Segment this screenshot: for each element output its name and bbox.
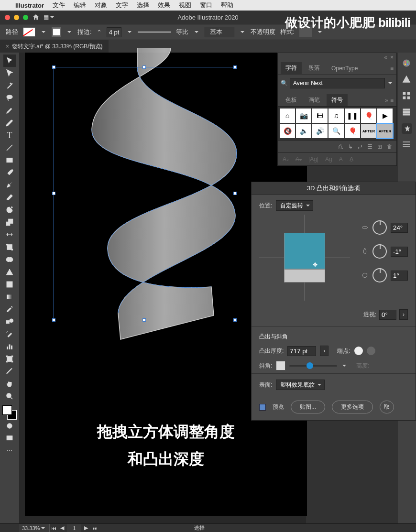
artboard-tool[interactable] [3, 353, 16, 365]
fill-swatch[interactable] [23, 27, 35, 37]
stroke-weight-dropdown[interactable] [126, 29, 133, 35]
close-panel-icon[interactable]: × [390, 54, 394, 61]
rotate-x-input[interactable] [391, 223, 408, 233]
bevel-shape-preview[interactable] [276, 361, 285, 370]
stroke-dropdown[interactable] [66, 29, 73, 35]
opacity-label[interactable]: 不透明度 [251, 28, 275, 36]
symbol-balloon-2[interactable]: 🎈 [345, 124, 360, 138]
panel-collapse-icon[interactable]: « [384, 54, 387, 61]
resize-handle-nw[interactable] [52, 65, 55, 69]
tab-swatches[interactable]: 色板 [281, 94, 302, 106]
symbol-balloon[interactable]: 🎈 [361, 109, 376, 123]
cap-on-button[interactable] [354, 347, 363, 355]
stroke-profile[interactable] [138, 32, 171, 33]
width-tool[interactable] [3, 228, 16, 241]
delete-symbol-icon[interactable]: 🗑 [387, 143, 393, 150]
tab-symbols[interactable]: 符号 [327, 94, 348, 106]
resize-handle-n[interactable] [142, 65, 146, 69]
blend-tool[interactable] [3, 315, 16, 328]
rotate-z-dial[interactable] [372, 268, 387, 282]
glyph-icon-4[interactable]: Ag [325, 156, 332, 163]
symbol-vol-low[interactable]: 🔈 [296, 124, 311, 138]
symbol-search[interactable]: 🔍 [328, 124, 344, 138]
search-icon[interactable]: 🔍 [281, 80, 288, 87]
menu-window[interactable]: 窗口 [200, 1, 212, 10]
free-transform-tool[interactable] [3, 241, 16, 253]
artboard-number-input[interactable]: 1 [67, 524, 81, 532]
edit-toolbar-button[interactable]: ⋯ [3, 445, 16, 457]
first-artboard-button[interactable]: ⏮ [50, 524, 57, 532]
screen-mode-button[interactable] [3, 432, 16, 445]
map-art-button[interactable]: 贴图... [291, 401, 325, 413]
position-dropdown[interactable]: 自定旋转 [276, 200, 313, 211]
menu-help[interactable]: 帮助 [221, 1, 233, 10]
fill-stroke-colors[interactable] [2, 405, 17, 420]
rotate-x-dial[interactable] [372, 220, 387, 235]
line-tool[interactable] [3, 141, 16, 154]
resize-handle-s[interactable] [142, 318, 146, 322]
menu-view[interactable]: 视图 [179, 1, 191, 10]
magic-wand-tool[interactable] [3, 79, 16, 92]
glyph-icon-3[interactable]: |Ag| [308, 156, 318, 163]
menu-select[interactable]: 选择 [137, 1, 149, 10]
close-window-button[interactable] [5, 15, 10, 20]
bevel-slider-thumb[interactable] [307, 362, 313, 369]
menu-type[interactable]: 文字 [116, 1, 128, 10]
symbol-music[interactable]: ♫ [328, 109, 344, 123]
cap-off-button[interactable] [367, 347, 375, 355]
stroke-weight-input[interactable]: 4 pt [107, 27, 122, 37]
symbol-options-icon[interactable]: ☰ [367, 143, 372, 150]
minimize-window-button[interactable] [14, 15, 19, 20]
panel-menu-icon-2[interactable]: ≡ [390, 97, 394, 104]
slice-tool[interactable] [3, 365, 16, 378]
arrange-documents-button[interactable]: ▦ [44, 13, 54, 22]
lasso-tool[interactable] [3, 92, 16, 104]
perspective-grid-tool[interactable] [3, 266, 16, 278]
extrude-depth-input[interactable] [287, 346, 316, 356]
close-tab-icon[interactable]: × [6, 43, 9, 50]
rotate-y-input[interactable] [391, 247, 408, 257]
resize-handle-ne[interactable] [233, 65, 237, 69]
paintbrush-tool[interactable] [3, 166, 16, 179]
symbol-after-1[interactable]: AFTER [361, 124, 376, 138]
symbol-mute[interactable]: 🔇 [280, 124, 295, 138]
expand-icon[interactable]: » [385, 97, 388, 104]
preview-checkbox[interactable] [259, 404, 266, 411]
symbol-pause[interactable]: ❚❚ [345, 109, 360, 123]
mesh-tool[interactable] [3, 278, 16, 291]
menu-file[interactable]: 文件 [53, 1, 65, 10]
draw-mode-button[interactable] [3, 420, 16, 432]
zoom-window-button[interactable] [23, 15, 28, 20]
swatches-panel-icon[interactable] [402, 107, 412, 118]
panel-menu-icon[interactable]: ≡ [390, 65, 394, 72]
font-dropdown[interactable] [387, 80, 394, 87]
symbols-panel-icon[interactable] [402, 123, 412, 134]
place-symbol-icon[interactable]: ↳ [348, 143, 353, 150]
brush-definition-dropdown[interactable]: 基本 [205, 27, 234, 37]
resize-handle-e[interactable] [233, 192, 237, 195]
perspective-stepper[interactable]: › [399, 309, 408, 320]
color-guide-panel-icon[interactable] [402, 75, 412, 85]
surface-dropdown[interactable]: 塑料效果底纹 [276, 380, 325, 390]
tab-brushes[interactable]: 画笔 [304, 94, 325, 106]
eyedropper-tool[interactable] [3, 303, 16, 315]
bevel-dropdown[interactable] [341, 362, 348, 369]
app-name[interactable]: Illustrator [15, 2, 44, 9]
shaper-tool[interactable] [3, 179, 16, 191]
shape-builder-tool[interactable] [3, 253, 16, 266]
symbol-play[interactable]: ▶ [377, 109, 393, 123]
tab-paragraph[interactable]: 段落 [304, 62, 325, 74]
zoom-tool[interactable] [3, 390, 16, 402]
next-artboard-button[interactable]: ▶ [82, 524, 90, 532]
rotate-z-input[interactable] [391, 271, 408, 281]
rotate-y-dial[interactable] [372, 244, 387, 259]
eraser-tool[interactable] [3, 191, 16, 204]
font-family-input[interactable]: Avenir Next [290, 78, 385, 88]
rectangle-tool[interactable] [3, 154, 16, 166]
pen-tool[interactable] [3, 104, 16, 117]
rotation-cube[interactable]: ✥ [284, 233, 325, 282]
tab-opentype[interactable]: OpenType [327, 63, 362, 74]
curvature-tool[interactable] [3, 117, 16, 129]
symbol-sprayer-tool[interactable] [3, 328, 16, 340]
color-panel-icon[interactable] [402, 58, 412, 69]
